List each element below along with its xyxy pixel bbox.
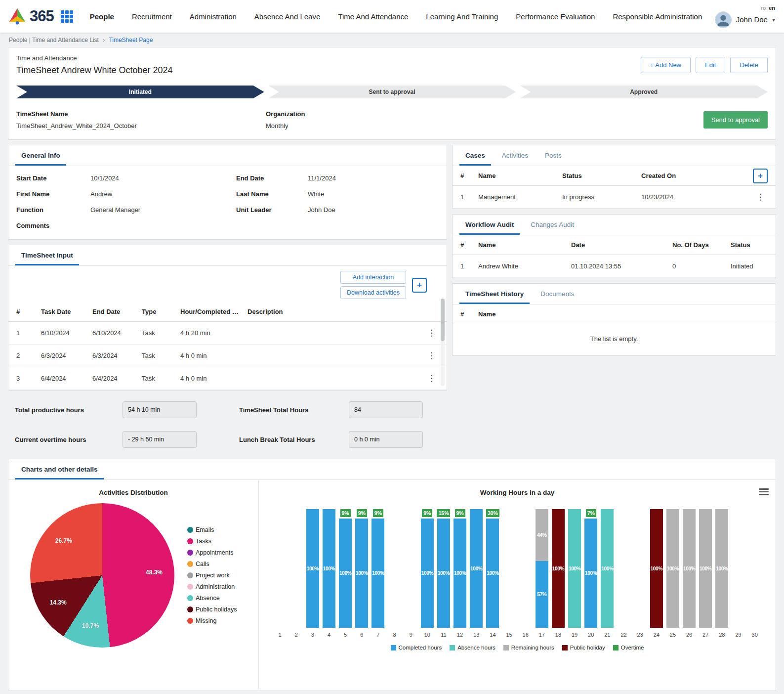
- bar-segment-completed: 100%: [584, 519, 597, 628]
- cases-table: #NameStatusCreated On+1ManagementIn prog…: [453, 166, 776, 209]
- timesheet-name-label: TimeSheet Name: [16, 110, 266, 118]
- column-header-hour-completed: Hour/Completed …: [180, 308, 248, 315]
- cases-tab-posts[interactable]: Posts: [539, 145, 568, 166]
- chart-menu-icon[interactable]: [759, 487, 769, 497]
- bar-segment-absence: 100%: [568, 509, 581, 628]
- language-switcher: roen: [758, 5, 775, 11]
- delete-button[interactable]: Delete: [730, 57, 768, 73]
- day-column-23: [632, 509, 648, 628]
- table-row[interactable]: 1Andrew White01.10.2024 13:550Initiated: [453, 255, 776, 278]
- legend-label: Public holidays: [196, 606, 237, 613]
- nav-item-learning-and-training[interactable]: Learning And Training: [426, 12, 498, 21]
- kebab-menu-icon[interactable]: ⋮: [424, 328, 439, 338]
- x-axis-label-19: 19: [567, 632, 583, 638]
- day-bar: 100%: [715, 509, 728, 628]
- add-input-row-button[interactable]: +: [412, 278, 427, 293]
- add-button[interactable]: +: [753, 169, 768, 183]
- pie-legend: EmailsTasksAppointmentsCallsProject work…: [187, 526, 237, 624]
- kebab-menu-icon[interactable]: ⋮: [424, 350, 439, 361]
- add-new-button[interactable]: + Add New: [641, 57, 691, 73]
- overtime-badge: 9%: [340, 509, 351, 517]
- overtime-badge: 15%: [437, 509, 450, 517]
- nav-item-responsible-administration[interactable]: Responsible Administration: [613, 12, 702, 21]
- workflow-tab-workflow-audit[interactable]: Workflow Audit: [459, 215, 520, 235]
- download-activities-button[interactable]: Download activities: [340, 286, 406, 299]
- x-axis-label-21: 21: [599, 632, 616, 638]
- breadcrumb-separator: ›: [103, 37, 105, 43]
- add-interaction-button[interactable]: Add interaction: [340, 271, 406, 284]
- bar-segment-remaining: 44%: [536, 509, 548, 561]
- edit-button[interactable]: Edit: [696, 57, 725, 73]
- legend-label: Emails: [196, 526, 214, 533]
- general-info-card: General Info Start Date10/1/2024End Date…: [8, 145, 447, 240]
- overtime-badge: 9%: [357, 509, 367, 517]
- activities-distribution-pane: Activities Distribution 48.3%10.7%14.3%2…: [8, 480, 258, 689]
- table-row[interactable]: 1ManagementIn progress10/23/2024⋮: [453, 186, 776, 209]
- cases-tab-cases[interactable]: Cases: [459, 145, 491, 166]
- kebab-menu-icon[interactable]: ⋮: [424, 373, 439, 384]
- cell-status: In progress: [562, 193, 641, 201]
- cases-tab-activities[interactable]: Activities: [496, 145, 534, 166]
- user-menu[interactable]: John Doe ▾: [715, 11, 775, 28]
- bar-segment-completed: 100%: [470, 509, 483, 628]
- breadcrumb-current[interactable]: TimeSheet Page: [109, 37, 153, 43]
- tab-general-info[interactable]: General Info: [15, 145, 66, 166]
- day-column-15: [501, 509, 517, 628]
- total-value-lunch-break-total-hours: 0 h 0 min: [349, 431, 423, 448]
- legend-dot-project-work: [187, 572, 193, 578]
- scrollbar-thumb[interactable]: [441, 299, 445, 341]
- day-bar: 100%: [683, 509, 696, 628]
- send-to-approval-button[interactable]: Send to approval: [703, 111, 768, 129]
- avatar: [715, 11, 732, 28]
- day-column-1: [272, 509, 288, 628]
- chevron-down-icon[interactable]: ▾: [772, 16, 775, 23]
- organization-value: Monthly: [266, 122, 703, 130]
- bar-segment-remaining: 100%: [666, 509, 679, 628]
- nav-item-administration[interactable]: Administration: [190, 12, 237, 21]
- workflow-table: #NameDateNo. Of DaysStatus1Andrew White0…: [453, 235, 776, 278]
- nav-item-time-and-attendance[interactable]: Time And Attendance: [338, 12, 408, 21]
- field-label-function: Function: [16, 206, 90, 214]
- scrollbar[interactable]: [441, 299, 445, 386]
- nav-item-recruitment[interactable]: Recruitment: [132, 12, 172, 21]
- pie-slice-label-public-holidays: 14.3%: [50, 599, 67, 606]
- cell-: 1: [460, 193, 478, 201]
- day-column-11: 15%100%: [435, 509, 452, 628]
- organization-field: Organization Monthly: [266, 110, 703, 130]
- nav-item-people[interactable]: People: [90, 12, 114, 21]
- x-axis-label-18: 18: [550, 632, 566, 638]
- day-column-6: 9%100%: [354, 509, 370, 628]
- history-tabs: TimeSheet HistoryDocuments: [453, 284, 776, 304]
- bar-legend-label: Completed hours: [399, 645, 442, 651]
- workflow-tab-changes-audit[interactable]: Changes Audit: [525, 215, 580, 235]
- table-row[interactable]: 16/10/20246/10/2024Task4 h 20 min⋮: [8, 322, 447, 345]
- history-tab-timesheet-history[interactable]: TimeSheet History: [459, 284, 530, 304]
- day-column-17: 44%57%: [534, 509, 550, 628]
- tab-charts-and-other-details[interactable]: Charts and other details: [15, 459, 104, 479]
- legend-dot-appointments: [187, 550, 193, 556]
- cell-type: Task: [142, 375, 180, 382]
- nav-item-performance-evaluation[interactable]: Performance Evaluation: [516, 12, 595, 21]
- field-value-end-date: 11/1/2024: [308, 174, 439, 182]
- day-column-10: 9%100%: [419, 509, 435, 628]
- pie-slice-label-missing: 26.7%: [55, 537, 72, 544]
- lang-en[interactable]: en: [769, 5, 775, 11]
- table-row[interactable]: 26/3/20246/3/2024Task4 h 0 min⋮: [8, 345, 447, 367]
- tab-timesheet-input[interactable]: TimeSheet input: [15, 245, 79, 265]
- apps-grid-icon[interactable]: [61, 10, 73, 23]
- bar-legend-swatch-holiday: [562, 645, 568, 651]
- day-column-24: 100%: [648, 509, 664, 628]
- nav-item-absence-and-leave[interactable]: Absence And Leave: [254, 12, 320, 21]
- legend-dot-public-holidays: [187, 607, 193, 612]
- day-column-9: [403, 509, 419, 628]
- kebab-menu-icon[interactable]: ⋮: [753, 192, 768, 202]
- history-tab-documents[interactable]: Documents: [535, 284, 580, 304]
- pie-slice-label-tasks: 48.3%: [146, 569, 163, 576]
- lang-ro[interactable]: ro: [761, 5, 766, 11]
- bar-segment-remaining: 100%: [699, 509, 712, 628]
- total-label-timesheet-total-hours: TimeSheet Total Hours: [239, 406, 349, 414]
- bar-legend-label: Remaining hours: [511, 645, 554, 651]
- table-header: #NameDateNo. Of DaysStatus: [453, 235, 776, 255]
- table-row[interactable]: 36/4/20246/4/2024Task4 h 0 min⋮: [8, 367, 447, 390]
- cell-end-date: 6/4/2024: [92, 375, 142, 382]
